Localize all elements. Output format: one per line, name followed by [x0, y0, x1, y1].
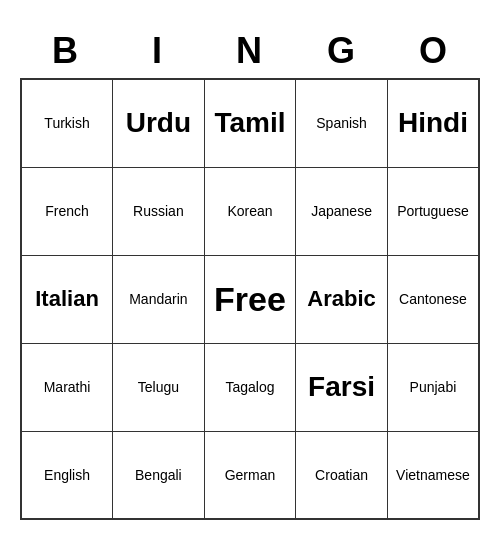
header-letter: G — [296, 24, 388, 78]
bingo-cell: Vietnamese — [387, 431, 479, 519]
header-letter: N — [204, 24, 296, 78]
bingo-cell: English — [21, 431, 113, 519]
bingo-cell: Marathi — [21, 343, 113, 431]
bingo-header: BINGO — [20, 24, 480, 78]
bingo-cell: Tagalog — [204, 343, 296, 431]
bingo-cell: Portuguese — [387, 167, 479, 255]
bingo-cell: Tamil — [204, 79, 296, 167]
table-row: TurkishUrduTamilSpanishHindi — [21, 79, 479, 167]
header-letter: B — [20, 24, 112, 78]
bingo-cell: Spanish — [296, 79, 388, 167]
bingo-cell: Telugu — [113, 343, 205, 431]
bingo-cell: French — [21, 167, 113, 255]
table-row: MarathiTeluguTagalogFarsiPunjabi — [21, 343, 479, 431]
bingo-cell: Cantonese — [387, 255, 479, 343]
bingo-cell: Punjabi — [387, 343, 479, 431]
bingo-cell: Italian — [21, 255, 113, 343]
bingo-cell: Korean — [204, 167, 296, 255]
bingo-cell: Arabic — [296, 255, 388, 343]
table-row: EnglishBengaliGermanCroatianVietnamese — [21, 431, 479, 519]
bingo-cell: Japanese — [296, 167, 388, 255]
bingo-cell: Urdu — [113, 79, 205, 167]
header-letter: O — [388, 24, 480, 78]
bingo-cell: Free — [204, 255, 296, 343]
header-letter: I — [112, 24, 204, 78]
bingo-grid: TurkishUrduTamilSpanishHindiFrenchRussia… — [20, 78, 480, 520]
bingo-cell: Croatian — [296, 431, 388, 519]
bingo-cell: German — [204, 431, 296, 519]
bingo-cell: Mandarin — [113, 255, 205, 343]
bingo-cell: Hindi — [387, 79, 479, 167]
bingo-cell: Farsi — [296, 343, 388, 431]
table-row: ItalianMandarinFreeArabicCantonese — [21, 255, 479, 343]
bingo-cell: Russian — [113, 167, 205, 255]
bingo-card-container: BINGO TurkishUrduTamilSpanishHindiFrench… — [20, 24, 480, 520]
bingo-cell: Turkish — [21, 79, 113, 167]
table-row: FrenchRussianKoreanJapanesePortuguese — [21, 167, 479, 255]
bingo-cell: Bengali — [113, 431, 205, 519]
